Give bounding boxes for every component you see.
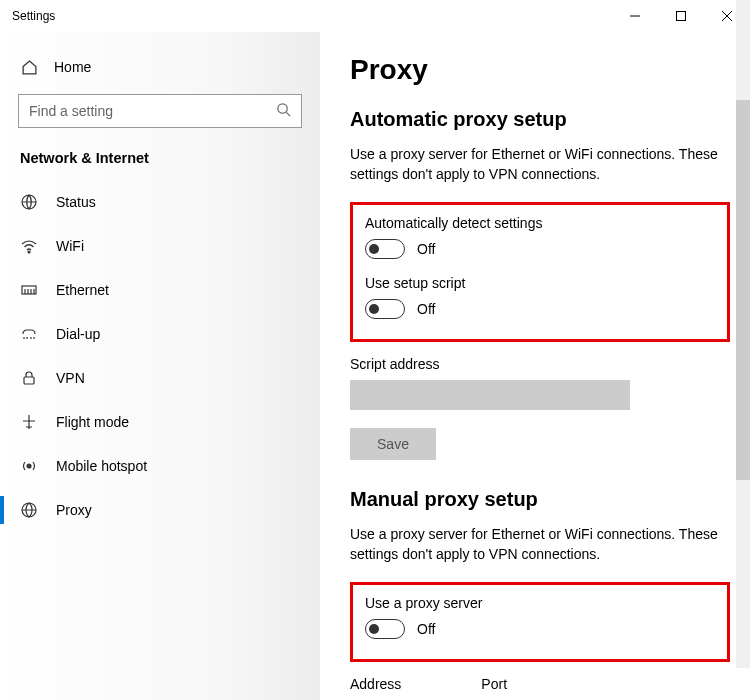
use-proxy-state: Off — [417, 621, 435, 637]
use-proxy-toggle[interactable] — [365, 619, 405, 639]
vpn-icon — [20, 369, 38, 387]
setup-script-toggle[interactable] — [365, 299, 405, 319]
sidebar-item-wifi[interactable]: WiFi — [0, 224, 320, 268]
search-icon — [276, 102, 291, 120]
proxy-icon — [20, 501, 38, 519]
search-input[interactable] — [29, 103, 276, 119]
svg-rect-17 — [24, 377, 34, 384]
main-content: Proxy Automatic proxy setup Use a proxy … — [320, 32, 750, 700]
auto-proxy-heading: Automatic proxy setup — [350, 108, 730, 131]
highlight-auto-proxy: Automatically detect settings Off Use se… — [350, 202, 730, 342]
status-icon — [20, 193, 38, 211]
svg-point-4 — [278, 104, 287, 113]
sidebar-item-label: VPN — [56, 370, 85, 386]
manual-proxy-heading: Manual proxy setup — [350, 488, 730, 511]
hotspot-icon — [20, 457, 38, 475]
search-input-container[interactable] — [18, 94, 302, 128]
auto-proxy-description: Use a proxy server for Ethernet or WiFi … — [350, 145, 720, 184]
sidebar-item-label: Mobile hotspot — [56, 458, 147, 474]
sidebar-item-dialup[interactable]: Dial-up — [0, 312, 320, 356]
category-header: Network & Internet — [0, 148, 320, 180]
minimize-button[interactable] — [612, 0, 658, 32]
sidebar-item-label: Ethernet — [56, 282, 109, 298]
sidebar-item-proxy[interactable]: Proxy — [0, 488, 320, 532]
script-address-label: Script address — [350, 356, 730, 372]
svg-point-18 — [27, 464, 31, 468]
sidebar: Home Network & Internet Status WiFi — [0, 32, 320, 700]
svg-point-7 — [28, 251, 30, 253]
titlebar: Settings — [0, 0, 750, 32]
flight-icon — [20, 413, 38, 431]
save-button: Save — [350, 428, 436, 460]
scrollbar-thumb[interactable] — [736, 100, 750, 480]
svg-rect-1 — [677, 12, 686, 21]
window-title: Settings — [12, 9, 55, 23]
sidebar-item-label: Flight mode — [56, 414, 129, 430]
script-address-input — [350, 380, 630, 410]
setup-script-state: Off — [417, 301, 435, 317]
auto-detect-label: Automatically detect settings — [365, 215, 715, 231]
sidebar-item-label: Status — [56, 194, 96, 210]
sidebar-item-label: WiFi — [56, 238, 84, 254]
window-controls — [612, 0, 750, 32]
sidebar-item-mobile-hotspot[interactable]: Mobile hotspot — [0, 444, 320, 488]
maximize-button[interactable] — [658, 0, 704, 32]
port-label: Port — [481, 676, 507, 692]
dialup-icon — [20, 325, 38, 343]
sidebar-item-label: Dial-up — [56, 326, 100, 342]
sidebar-item-label: Proxy — [56, 502, 92, 518]
sidebar-item-vpn[interactable]: VPN — [0, 356, 320, 400]
wifi-icon — [20, 237, 38, 255]
sidebar-item-flight-mode[interactable]: Flight mode — [0, 400, 320, 444]
sidebar-item-status[interactable]: Status — [0, 180, 320, 224]
home-label: Home — [54, 59, 91, 75]
use-proxy-label: Use a proxy server — [365, 595, 715, 611]
home-nav[interactable]: Home — [0, 50, 320, 94]
home-icon — [20, 58, 38, 76]
address-label: Address — [350, 676, 401, 692]
page-title: Proxy — [350, 54, 730, 86]
svg-line-5 — [286, 112, 290, 116]
auto-detect-toggle[interactable] — [365, 239, 405, 259]
setup-script-label: Use setup script — [365, 275, 715, 291]
sidebar-item-ethernet[interactable]: Ethernet — [0, 268, 320, 312]
auto-detect-state: Off — [417, 241, 435, 257]
manual-proxy-description: Use a proxy server for Ethernet or WiFi … — [350, 525, 720, 564]
ethernet-icon — [20, 281, 38, 299]
highlight-manual-proxy: Use a proxy server Off — [350, 582, 730, 662]
